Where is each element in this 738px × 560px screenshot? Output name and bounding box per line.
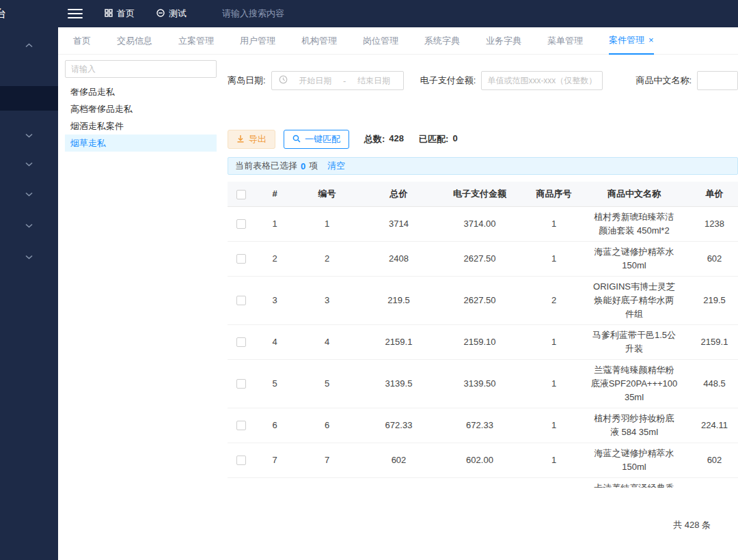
selection-count: 0 xyxy=(301,161,305,171)
chevron-down-icon[interactable] xyxy=(0,219,58,232)
cell-unit: 1238 xyxy=(682,206,738,241)
cell-unit: 448.5 xyxy=(682,359,738,408)
export-button[interactable]: 导出 xyxy=(228,130,275,149)
cell-name: 植村秀羽纱持妆粉底液 584 35ml xyxy=(586,408,682,443)
table-row[interactable]: 2 2 2408 2627.50 1 海蓝之谜修护精萃水 150ml 602 xyxy=(228,241,738,276)
cell-code: 3 xyxy=(295,276,359,324)
tab-case-filing[interactable]: 立案管理 xyxy=(178,35,214,47)
row-checkbox[interactable] xyxy=(236,337,246,347)
table-row[interactable]: 7 7 602 602.00 1 海蓝之谜修护精萃水 150ml 602 xyxy=(228,443,738,477)
case-type-panel: 奢侈品走私 高档奢侈品走私 烟酒走私案件 烟草走私 xyxy=(65,55,217,559)
topbar: 首页 测试 请输入搜索内容 xyxy=(58,0,738,27)
tab-case-mgmt[interactable]: 案件管理 × xyxy=(609,27,654,55)
row-checkbox[interactable] xyxy=(236,421,246,430)
selection-suffix: 项 xyxy=(309,160,318,172)
chevron-down-icon[interactable] xyxy=(0,157,58,171)
cell-code: 8 xyxy=(295,477,359,488)
minus-circle-icon xyxy=(156,9,165,19)
cell-name: 植村秀新琥珀臻萃洁颜油套装 450ml*2 xyxy=(586,206,682,241)
name-filter: 商品中文名称: xyxy=(636,71,738,90)
row-checkbox[interactable] xyxy=(236,254,246,264)
cell-total: 3139.5 xyxy=(359,359,438,408)
row-checkbox[interactable] xyxy=(236,219,246,229)
cell-seq: 2 xyxy=(521,276,586,324)
table-row[interactable]: 1 1 3714 3714.00 1 植村秀新琥珀臻萃洁颜油套装 450ml*2… xyxy=(228,206,738,241)
cell-total: 2159.1 xyxy=(359,324,438,359)
cell-epay: 602.00 xyxy=(438,443,521,477)
table-row[interactable]: 4 4 2159.1 2159.10 1 马爹利蓝带干邑1.5公升装 2159.… xyxy=(228,324,738,359)
tab-post-mgmt[interactable]: 岗位管理 xyxy=(363,35,398,47)
cell-total: 602 xyxy=(359,443,438,477)
case-search-input[interactable] xyxy=(65,60,217,78)
sidebar-active-item[interactable] xyxy=(0,86,58,111)
sidebar: 台 xyxy=(0,0,58,560)
tab-biz-dict[interactable]: 业务字典 xyxy=(486,35,521,47)
tab-sys-dict[interactable]: 系统字典 xyxy=(424,35,460,47)
table-row[interactable]: 8 8 卡诗菁纯亮泽经典香氛 xyxy=(228,477,738,488)
table-row[interactable]: 6 6 672.33 672.33 1 植村秀羽纱持妆粉底液 584 35ml … xyxy=(228,408,738,443)
global-search-input[interactable]: 请输入搜索内容 xyxy=(222,8,284,20)
cell-index: 7 xyxy=(255,443,295,477)
tab-menu-mgmt[interactable]: 菜单管理 xyxy=(547,35,583,47)
main-area: 首页 交易信息 立案管理 用户管理 机构管理 岗位管理 系统字典 业务字典 菜单… xyxy=(58,27,738,560)
cell-code: 7 xyxy=(295,443,359,477)
tab-home[interactable]: 首页 xyxy=(73,35,91,47)
cell-code: 5 xyxy=(295,359,359,408)
row-checkbox[interactable] xyxy=(236,379,246,389)
list-item-selected[interactable]: 烟草走私 xyxy=(65,135,217,152)
cell-seq xyxy=(521,477,586,488)
toolbar: 导出 一键匹配 总数: 428 已匹配: 0 xyxy=(228,130,738,149)
one-click-match-button[interactable]: 一键匹配 xyxy=(284,130,349,149)
nav-home[interactable]: 首页 xyxy=(105,8,135,20)
table-row[interactable]: 3 3 219.5 2627.50 2 ORIGINS韦博士灵芝焕能好底子精华水… xyxy=(228,276,738,324)
cell-name: 海蓝之谜修护精萃水 150ml xyxy=(586,241,682,276)
product-name-input[interactable] xyxy=(697,71,738,90)
cell-epay: 3714.00 xyxy=(438,206,521,241)
menu-toggle-icon[interactable] xyxy=(68,6,83,21)
cell-unit: 219.5 xyxy=(682,276,738,324)
results-table: # 编号 总价 电子支付金额 商品序号 商品中文名称 单价 xyxy=(228,182,738,488)
match-stats: 总数: 428 已匹配: 0 xyxy=(364,133,458,145)
tab-trade-info[interactable]: 交易信息 xyxy=(117,35,152,47)
matched-label: 已匹配: xyxy=(419,133,448,145)
row-checkbox[interactable] xyxy=(236,296,246,305)
search-icon xyxy=(292,135,301,145)
clear-selection-link[interactable]: 清空 xyxy=(327,160,345,172)
list-item[interactable]: 奢侈品走私 xyxy=(65,83,217,100)
col-product-name: 商品中文名称 xyxy=(586,182,682,206)
selection-prefix: 当前表格已选择 xyxy=(235,160,297,172)
cell-unit: 602 xyxy=(682,443,738,477)
selection-info-bar: 当前表格已选择 0 项 清空 xyxy=(228,157,738,175)
tab-org-mgmt[interactable]: 机构管理 xyxy=(301,35,337,47)
date-separator: - xyxy=(343,76,346,86)
start-date-placeholder: 开始日期 xyxy=(293,75,338,87)
tab-user-mgmt[interactable]: 用户管理 xyxy=(240,35,275,47)
col-product-seq: 商品序号 xyxy=(521,182,586,206)
cell-index: 6 xyxy=(255,408,295,443)
amount-filter-label: 电子支付金额: xyxy=(420,74,476,87)
list-item[interactable]: 高档奢侈品走私 xyxy=(65,100,217,117)
cell-index: 5 xyxy=(255,359,295,408)
cell-epay xyxy=(438,477,521,488)
cell-index: 1 xyxy=(255,206,295,241)
filter-bar: 离岛日期: 开始日期 - 结束日期 电子支付金额: 商品中文名 xyxy=(228,71,738,90)
matched-value: 0 xyxy=(452,133,457,145)
total-label: 总数: xyxy=(364,133,385,145)
nav-test[interactable]: 测试 xyxy=(156,8,187,20)
row-checkbox[interactable] xyxy=(236,456,246,465)
amount-input[interactable] xyxy=(481,71,603,90)
select-all-checkbox[interactable] xyxy=(236,190,246,199)
chevron-up-icon[interactable] xyxy=(0,38,58,52)
tab-bar: 首页 交易信息 立案管理 用户管理 机构管理 岗位管理 系统字典 业务字典 菜单… xyxy=(58,27,738,55)
chevron-down-icon[interactable] xyxy=(0,187,58,201)
date-range-picker[interactable]: 开始日期 - 结束日期 xyxy=(271,71,404,90)
cell-epay: 2159.10 xyxy=(438,324,521,359)
cell-epay: 2627.50 xyxy=(438,241,521,276)
table-row[interactable]: 5 5 3139.5 3139.50 1 兰蔻菁纯臻颜精华粉底液SPF20PA+… xyxy=(228,359,738,408)
chevron-down-icon[interactable] xyxy=(0,128,58,142)
end-date-placeholder: 结束日期 xyxy=(351,75,396,87)
close-icon[interactable]: × xyxy=(648,27,654,53)
chevron-down-icon[interactable] xyxy=(0,250,58,264)
cell-code: 1 xyxy=(295,206,359,241)
list-item[interactable]: 烟酒走私案件 xyxy=(65,117,217,135)
